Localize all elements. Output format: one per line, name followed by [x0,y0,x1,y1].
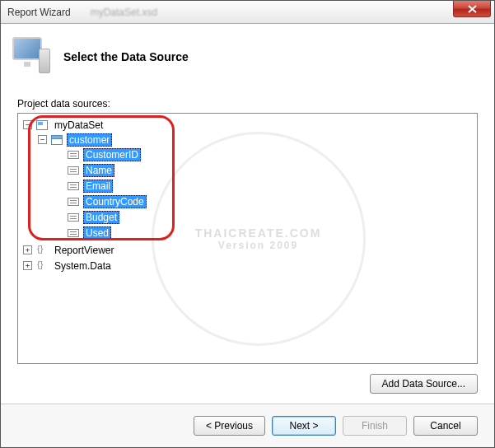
field-icon [67,180,80,192]
titlebar: Report Wizard myDataSet.xsd [1,1,494,24]
close-button[interactable] [453,1,491,17]
expand-toggle-icon[interactable]: + [23,261,32,270]
tree-node-customer[interactable]: − customer CustomerID Name Email Country… [38,132,474,241]
field-icon [67,196,80,208]
tree-node-field[interactable]: CountryCode [53,194,474,209]
expand-toggle-icon[interactable]: − [38,135,47,144]
cancel-button[interactable]: Cancel [413,416,478,436]
tree-node-label: System.Data [52,260,114,272]
namespace-icon [35,245,49,256]
tree-node-field[interactable]: CustomerID [53,147,474,162]
tree-node-label: customer [67,133,112,147]
next-button[interactable]: Next > [272,416,336,436]
dialog-body: Project data sources: THAICREATE.COM Ver… [1,83,494,404]
namespace-icon [35,260,49,272]
tree-node-mydataset[interactable]: − myDataSet − customer [23,117,474,242]
tree-node-field[interactable]: Used [53,225,474,240]
data-sources-tree[interactable]: THAICREATE.COM Version 2009 − myDataSet [17,113,478,364]
field-icon [67,212,80,223]
finish-button[interactable]: Finish [343,416,407,436]
tree-node-label: Budget [83,211,119,224]
dataset-icon [35,119,49,131]
dialog-footer: < Previous Next > Finish Cancel [1,404,494,447]
tree-node-label: CustomerID [83,148,141,161]
window-title: Report Wizard [7,7,71,18]
tree-label: Project data sources: [17,98,478,110]
expand-toggle-icon[interactable]: + [23,245,32,254]
page-title: Select the Data Source [63,50,189,63]
tree-node-label: Name [83,164,114,177]
dialog-window: Report Wizard myDataSet.xsd Select the D… [0,0,495,448]
expand-toggle-icon[interactable]: − [23,120,32,129]
tree-node-label: CountryCode [83,195,147,208]
tree-node-systemdata[interactable]: + System.Data [23,258,474,273]
field-icon [67,149,80,161]
add-data-source-button[interactable]: Add Data Source... [370,374,478,394]
tree-node-label: Used [83,226,111,240]
tree-node-field[interactable]: Budget [53,209,474,225]
close-icon [468,5,477,13]
tree-node-label: Email [83,180,113,193]
tree-node-reportviewer[interactable]: + ReportViewer [23,242,474,258]
previous-button[interactable]: < Previous [194,416,265,436]
tree-node-field[interactable]: Email [53,178,474,194]
tree-node-label: ReportViewer [52,245,116,256]
tree-node-field[interactable]: Name [53,162,474,178]
tree-node-label: myDataSet [52,119,105,131]
titlebar-extra: myDataSet.xsd [91,7,157,18]
field-icon [67,227,80,239]
wizard-header: Select the Data Source [1,24,494,83]
field-icon [67,165,80,176]
add-data-source-row: Add Data Source... [17,374,478,394]
computer-icon [11,37,50,77]
table-icon [50,134,63,146]
